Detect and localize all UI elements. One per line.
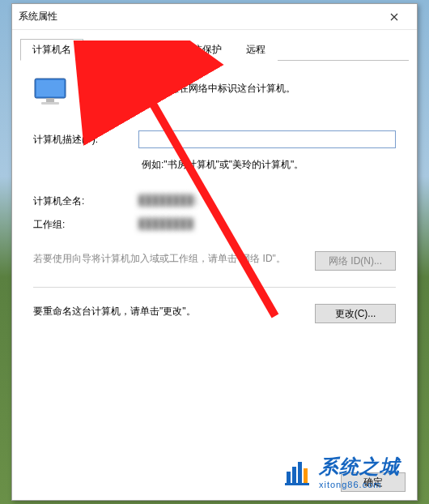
- window-title: 系统属性: [19, 10, 378, 23]
- description-input[interactable]: [138, 130, 396, 148]
- watermark-logo-icon: [283, 457, 312, 486]
- close-icon: [390, 13, 398, 21]
- description-label: 计算机描述(D):: [33, 133, 138, 147]
- separator: [33, 287, 396, 288]
- tab-strip: 计算机名 硬件 高级 系统保护 远程: [20, 38, 409, 61]
- wizard-text: 若要使用向导将计算机加入域或工作组，请单击"网络 ID"。: [33, 251, 305, 266]
- close-button[interactable]: [378, 7, 410, 27]
- network-id-button[interactable]: 网络 ID(N)...: [315, 251, 396, 271]
- watermark-url: xitong86.com: [319, 480, 400, 489]
- watermark-title: 系统之城: [319, 454, 400, 480]
- svg-rect-2: [46, 98, 54, 102]
- system-properties-window: 系统属性 计算机名 硬件 高级 系统保护 远程 Windows 使用以下信息在网…: [11, 3, 418, 501]
- computer-icon: [33, 77, 67, 108]
- workgroup-label: 工作组:: [33, 218, 138, 232]
- svg-rect-3: [41, 102, 59, 105]
- fullname-value: ████████L: [138, 194, 199, 208]
- description-example: 例如:"书房计算机"或"美玲的计算机"。: [142, 158, 396, 172]
- tab-system-protection[interactable]: 系统保护: [171, 39, 234, 61]
- rename-text: 要重命名这台计算机，请单击"更改"。: [33, 304, 305, 318]
- tab-panel-computer-name: Windows 使用以下信息在网络中标识这台计算机。 计算机描述(D): 例如:…: [12, 61, 417, 331]
- tab-computer-name[interactable]: 计算机名: [20, 39, 83, 61]
- svg-rect-7: [298, 462, 302, 483]
- workgroup-value: ████████: [138, 218, 193, 232]
- svg-rect-6: [292, 467, 296, 483]
- titlebar: 系统属性: [12, 4, 417, 30]
- intro-text: Windows 使用以下信息在网络中标识这台计算机。: [79, 77, 295, 96]
- svg-rect-9: [285, 483, 309, 485]
- svg-rect-1: [36, 80, 64, 96]
- watermark: 系统之城 xitong86.com: [283, 454, 400, 489]
- tab-hardware[interactable]: 硬件: [83, 39, 127, 61]
- change-button[interactable]: 更改(C)...: [315, 304, 396, 323]
- tab-remote[interactable]: 远程: [234, 39, 278, 61]
- fullname-label: 计算机全名:: [33, 194, 138, 208]
- tab-advanced[interactable]: 高级: [127, 39, 171, 61]
- svg-rect-8: [304, 468, 308, 483]
- svg-rect-5: [287, 472, 291, 483]
